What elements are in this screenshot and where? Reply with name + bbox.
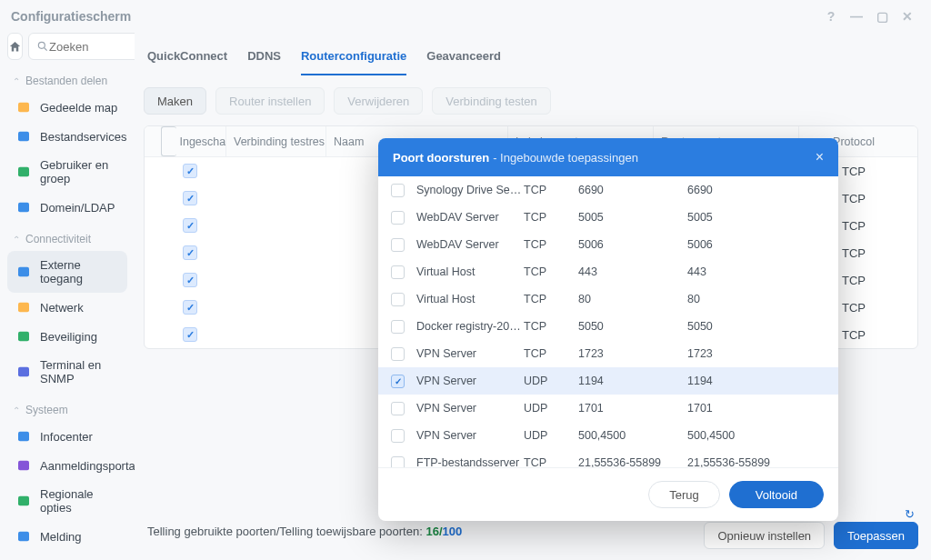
port1: 5050 [578, 320, 687, 333]
sidebar-section[interactable]: ⌃Bestanden delen [7, 67, 127, 93]
app-name: Virtual Host [416, 265, 524, 278]
help-icon[interactable]: ? [818, 9, 844, 24]
apply-button[interactable]: Toepassen [834, 522, 918, 549]
svg-rect-11 [18, 461, 29, 471]
sidebar-item[interactable]: Terminal en SNMP [7, 351, 127, 393]
app-name: VPN Server [416, 429, 524, 442]
checkbox[interactable] [183, 191, 197, 205]
sidebar-item-label: Bestandservices [40, 130, 126, 144]
checkbox[interactable] [391, 265, 405, 279]
item-icon [16, 100, 31, 115]
sidebar-item[interactable]: Regionale opties [7, 480, 127, 522]
search-icon [36, 40, 49, 53]
port2: 21,55536-55899 [687, 456, 796, 467]
sidebar-item[interactable]: Melding [7, 522, 127, 551]
checkbox[interactable] [183, 164, 197, 178]
checkbox[interactable] [391, 293, 405, 306]
sidebar-item[interactable]: Aanmeldingsportaal [7, 451, 127, 480]
maximize-icon[interactable]: ▢ [869, 9, 895, 24]
main-panel: QuickConnectDDNSRouterconfiguratieGeavan… [135, 33, 931, 560]
checkbox[interactable] [161, 126, 176, 156]
tab[interactable]: QuickConnect [147, 42, 227, 75]
item-icon [16, 265, 31, 279]
column-header[interactable]: Ingeschakeld [154, 126, 226, 156]
sidebar-section[interactable]: ⌃Systeem [7, 396, 127, 422]
checkbox[interactable] [391, 429, 405, 443]
sidebar-section[interactable]: ⌃Connectiviteit [7, 225, 127, 251]
checkbox[interactable] [391, 184, 405, 197]
modal-row[interactable]: WebDAV ServerTCP50065006 [378, 231, 838, 258]
sidebar-item[interactable]: Domein/LDAP [7, 193, 127, 222]
sidebar-item[interactable]: Gedeelde map [7, 93, 127, 122]
reload-icon[interactable]: ↻ [905, 507, 915, 521]
toolbar-button[interactable]: Maken [144, 87, 206, 115]
checkbox[interactable] [183, 327, 197, 342]
port1: 500,4500 [578, 429, 687, 442]
sidebar-item-label: Domein/LDAP [40, 201, 115, 215]
port2: 500,4500 [687, 429, 796, 442]
close-icon[interactable]: ✕ [895, 9, 920, 24]
modal-row[interactable]: Virtual HostTCP443443 [378, 258, 838, 285]
checkbox[interactable] [391, 320, 405, 334]
modal-row[interactable]: VPN ServerTCP17231723 [378, 340, 838, 367]
checkbox[interactable] [183, 300, 197, 315]
checkbox[interactable] [391, 402, 405, 415]
checkbox[interactable] [183, 245, 197, 260]
checkbox[interactable] [391, 347, 405, 361]
port1: 1701 [578, 402, 687, 415]
chevron-icon: ⌃ [13, 76, 20, 86]
port-forward-modal: Poort doorsturen - Ingebouwde toepassing… [378, 138, 838, 521]
svg-rect-9 [18, 367, 29, 377]
sidebar-item[interactable]: Externe toegang [7, 251, 127, 293]
search-input[interactable] [28, 33, 135, 60]
modal-close-icon[interactable]: × [816, 149, 824, 165]
modal-row[interactable]: WebDAV ServerTCP50055005 [378, 204, 838, 231]
checkbox[interactable] [391, 375, 405, 388]
port2: 5050 [687, 320, 796, 333]
checkbox[interactable] [391, 456, 405, 468]
item-icon [16, 200, 31, 215]
modal-row[interactable]: FTP-bestandsserverTCP21,55536-5589921,55… [378, 449, 838, 467]
minimize-icon[interactable]: — [844, 9, 869, 24]
tab[interactable]: Routerconfiguratie [301, 42, 406, 75]
item-icon [16, 494, 31, 508]
sidebar-item[interactable]: Gebruiker en groep [7, 151, 127, 193]
port1: 1194 [578, 375, 687, 387]
svg-rect-4 [18, 167, 29, 177]
modal-row[interactable]: Virtual HostTCP8080 [378, 285, 838, 313]
sidebar-item-label: Aanmeldingsportaal [40, 459, 135, 473]
sidebar-item[interactable]: Bestandservices [7, 122, 127, 151]
svg-rect-10 [18, 432, 29, 442]
toolbar: MakenRouter instellenVerwijderenVerbindi… [144, 76, 918, 125]
port2: 5005 [687, 211, 796, 224]
checkbox[interactable] [391, 238, 405, 252]
modal-row[interactable]: VPN ServerUDP17011701 [378, 395, 838, 422]
sidebar-item[interactable]: Netwerk [7, 293, 127, 322]
sidebar-item[interactable]: Hardware en stroom [7, 551, 127, 560]
svg-rect-5 [18, 203, 29, 213]
modal-row[interactable]: VPN ServerUDP500,4500500,4500 [378, 422, 838, 449]
done-button[interactable]: Voltooid [729, 481, 824, 508]
item-icon [16, 329, 31, 344]
column-header[interactable]: Verbinding testres... [226, 126, 326, 156]
item-icon [16, 365, 31, 379]
protocol: UDP [524, 375, 578, 387]
checkbox[interactable] [391, 211, 405, 225]
protocol: TCP [524, 456, 578, 467]
tab[interactable]: Geavanceerd [426, 42, 501, 75]
tab[interactable]: DDNS [247, 42, 281, 75]
back-button[interactable]: Terug [648, 481, 720, 508]
modal-row[interactable]: Synology Drive Serv...TCP66906690 [378, 176, 838, 204]
reset-button[interactable]: Opnieuw instellen [704, 522, 825, 549]
port1: 6690 [578, 184, 687, 196]
modal-row[interactable]: Docker registry-202...TCP50505050 [378, 313, 838, 340]
tabs: QuickConnectDDNSRouterconfiguratieGeavan… [144, 33, 918, 76]
modal-row[interactable]: VPN ServerUDP11941194 [378, 367, 838, 395]
sidebar-item[interactable]: Infocenter [7, 422, 127, 451]
home-icon[interactable] [7, 33, 23, 60]
svg-rect-6 [18, 267, 29, 277]
checkbox[interactable] [183, 218, 197, 233]
sidebar-item[interactable]: Beveiliging [7, 322, 127, 351]
checkbox[interactable] [183, 273, 197, 287]
svg-rect-12 [18, 496, 29, 506]
